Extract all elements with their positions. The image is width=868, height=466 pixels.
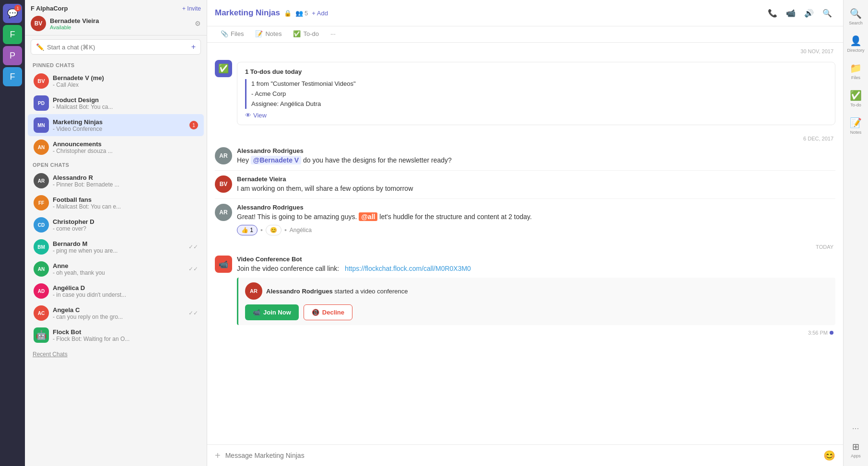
iconbar-workspace-f1[interactable]: F (3, 25, 22, 44)
icon-bar: 💬 1 F P F (0, 0, 25, 466)
add-members-button[interactable]: + Add (312, 10, 328, 17)
chat-info: Product Design - Mailcast Bot: You ca... (53, 96, 198, 110)
read-check: ✓✓ (188, 244, 198, 250)
tab-todo[interactable]: ✅ To-do (287, 26, 325, 42)
pinned-chat-announcements[interactable]: AN Announcements - Christopher dsouza ..… (28, 136, 204, 158)
message-text: Hey @Bernadete V do you have the designs… (237, 155, 835, 165)
chat-info: Anne - oh yeah, thank you (53, 262, 185, 276)
open-chat-anne[interactable]: AN Anne - oh yeah, thank you ✓✓ (28, 258, 204, 280)
chat-info: Bernardo M - ping me when you are... (53, 240, 185, 254)
directory-icon: 👤 (850, 35, 862, 47)
open-chat-christopher[interactable]: CD Christopher D - come over? (28, 214, 204, 236)
right-panel-search[interactable]: 🔍 Search (845, 4, 867, 29)
chat-preview: - in case you didn't underst... (53, 291, 198, 298)
messages-area: 30 NOV, 2017 ✅ 1 To-dos due today 1 from… (207, 43, 843, 444)
tab-files[interactable]: 📎 Files (215, 26, 249, 42)
lock-icon: 🔒 (284, 10, 292, 17)
chat-preview: - Call Alex (53, 82, 198, 88)
open-chat-alessandro[interactable]: AR Alessandro R - Pinner Bot: Bernadete … (28, 170, 204, 192)
right-panel-directory[interactable]: 👤 Directory (845, 31, 867, 57)
date-divider-2: 6 DEC, 2017 (207, 130, 843, 144)
files-label: Files (851, 75, 860, 80)
message-content: Alessandro Rodrigues Hey @Bernadete V do… (237, 147, 835, 165)
right-panel-apps[interactable]: ⊞ Apps (845, 438, 867, 462)
emoji-icon[interactable]: 😊 (823, 450, 835, 461)
chat-name: Anne (53, 262, 185, 269)
mention-all-tag: @all (359, 212, 377, 221)
right-panel-more[interactable]: ··· (845, 420, 867, 436)
todo-label: To-do (850, 103, 861, 107)
gear-icon[interactable]: ⚙ (195, 20, 201, 27)
attachment-icon[interactable]: + (215, 450, 221, 461)
chat-name: Announcements (53, 140, 198, 148)
search-icon: 🔍 (850, 8, 862, 19)
message-avatar: BV (215, 175, 232, 193)
reaction-label: Angélica (290, 227, 312, 233)
invite-button[interactable]: + Invite (182, 5, 201, 12)
new-chat-icon[interactable]: + (191, 43, 196, 51)
join-now-button[interactable]: 📹 Join Now (245, 304, 299, 320)
chat-name: Marketing Ninjas (53, 118, 186, 126)
tab-more[interactable]: ··· (325, 26, 341, 42)
message-input[interactable] (225, 452, 819, 459)
chat-name: Product Design (53, 96, 198, 104)
open-chat-flockbot[interactable]: 🤖 Flock Bot - Flock Bot: Waiting for an … (28, 324, 204, 346)
message-input-area: + 😊 (207, 444, 843, 466)
right-panel-files[interactable]: 📁 Files (845, 58, 867, 84)
message-avatar: AR (215, 204, 232, 221)
tab-notes[interactable]: 📝 Notes (249, 26, 287, 42)
iconbar-workspace-f2[interactable]: F (3, 67, 22, 86)
iconbar-chat[interactable]: 💬 1 (3, 4, 22, 23)
avatar: FF (34, 195, 49, 210)
pinned-chat-product-design[interactable]: PD Product Design - Mailcast Bot: You ca… (28, 92, 204, 114)
vc-card-title: Alessandro Rodrigues started a video con… (266, 288, 408, 295)
phone-call-button[interactable]: 📞 (764, 5, 781, 21)
open-chat-angela[interactable]: AC Angela C - can you reply on the gro..… (28, 302, 204, 324)
chat-header: Marketing Ninjas 🔒 👥 5 + Add 📞 📹 🔊 🔍 (207, 0, 843, 26)
thumbs-up-reaction[interactable]: 👍 1 (237, 225, 258, 235)
chat-info: Football fans - Mailcast Bot: You can e.… (53, 196, 198, 210)
user-status: Available (50, 24, 191, 30)
video-icon: 📹 (253, 309, 260, 316)
smile-reaction[interactable]: 😊 (266, 225, 282, 235)
chat-preview: - Video Conference (53, 126, 186, 132)
right-panel-todo[interactable]: ✅ To-do (845, 86, 867, 111)
chat-info: Flock Bot - Flock Bot: Waiting for an O.… (53, 328, 198, 342)
search-button[interactable]: 🔍 (819, 5, 835, 21)
recent-chats-link[interactable]: Recent Chats (25, 346, 207, 362)
right-panel-notes[interactable]: 📝 Notes (845, 113, 867, 139)
chat-name: Football fans (53, 196, 198, 203)
pinned-chat-bernadete[interactable]: BV Bernadete V (me) - Call Alex (28, 70, 204, 92)
right-panel: 🔍 Search 👤 Directory 📁 Files ✅ To-do 📝 N… (843, 0, 868, 466)
decline-button[interactable]: 📵 Decline (304, 304, 352, 320)
sidebar-header: F AlphaCorp + Invite BV Bernadete Vieira… (25, 0, 207, 35)
open-chat-bernardo[interactable]: BM Bernardo M - ping me when you are... … (28, 236, 204, 258)
todo-card-title: 1 To-dos due today (245, 68, 827, 75)
chat-preview: - Mailcast Bot: You ca... (53, 104, 198, 110)
chat-info: Bernadete V (me) - Call Alex (53, 74, 198, 88)
read-check: ✓✓ (188, 310, 198, 316)
vc-starter-avatar: AR (245, 282, 262, 300)
chat-preview: - oh yeah, thank you (53, 269, 185, 276)
video-bot-avatar: 📹 (215, 256, 232, 273)
audio-button[interactable]: 🔊 (801, 5, 817, 21)
video-call-button[interactable]: 📹 (783, 5, 799, 21)
open-chat-angelica[interactable]: AD Angélica D - in case you didn't under… (28, 280, 204, 302)
pinned-chat-marketing-ninjas[interactable]: MN Marketing Ninjas - Video Conference 1 (28, 114, 204, 136)
chat-info: Announcements - Christopher dsouza ... (53, 140, 198, 154)
chat-name: Bernardo M (53, 240, 185, 247)
mention-tag: @Bernadete V (251, 156, 301, 164)
vc-card-header: AR Alessandro Rodrigues started a video … (245, 282, 829, 300)
pinned-chats-label: PINNED CHATS (25, 58, 207, 70)
view-link[interactable]: 👁 View (245, 112, 827, 119)
iconbar-workspace-p[interactable]: P (3, 46, 22, 65)
message-sender: Alessandro Rodrigues (237, 204, 835, 211)
search-input[interactable] (47, 44, 188, 51)
video-conference-card: AR Alessandro Rodrigues started a video … (237, 278, 835, 325)
open-chat-football[interactable]: FF Football fans - Mailcast Bot: You can… (28, 192, 204, 214)
chat-name: Flock Bot (53, 328, 198, 336)
search-bar[interactable]: ✏️ + (31, 39, 201, 55)
video-bot-message: 📹 Video Conference Bot Join the video co… (207, 253, 843, 328)
chat-info: Alessandro R - Pinner Bot: Bernadete ... (53, 174, 198, 188)
video-call-link[interactable]: https://flockchat.flock.com/call/M0R0X3M… (345, 265, 471, 272)
